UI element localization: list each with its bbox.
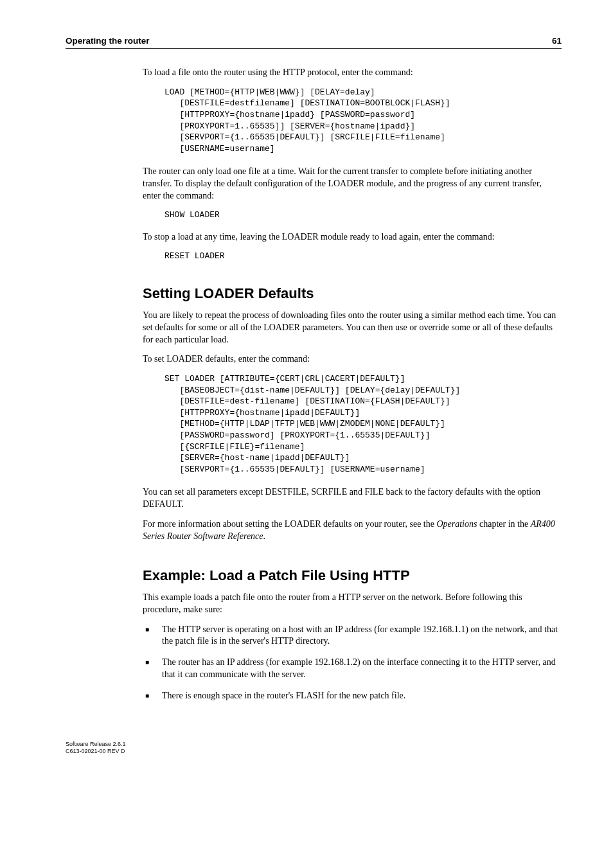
bullet-text: The router has an IP address (for exampl… (162, 657, 556, 679)
list-item: The HTTP server is operating on a host w… (143, 624, 562, 648)
code-load-command: LOAD [METHOD={HTTP|WEB|WWW}] [DELAY=dela… (164, 87, 562, 154)
bullet-text: There is enough space in the router's FL… (162, 691, 405, 700)
footer-rev: C613-02021-00 REV D (66, 748, 562, 755)
footer: Software Release 2.6.1 C613-02021-00 REV… (66, 741, 562, 755)
code-set-loader: SET LOADER [ATTRIBUTE={CERT|CRL|CACERT|D… (164, 373, 562, 475)
paragraph-stop-load: To stop a load at any time, leaving the … (143, 231, 562, 244)
bullet-text: The HTTP server is operating on a host w… (162, 624, 558, 646)
page-number: 61 (552, 36, 562, 46)
list-item: The router has an IP address (for exampl… (143, 657, 562, 681)
heading-setting-loader-defaults: Setting LOADER Defaults (143, 285, 562, 302)
text-more-info-a: For more information about setting the L… (143, 519, 436, 529)
bullet-list: The HTTP server is operating on a host w… (143, 624, 562, 702)
text-more-info-e: . (263, 531, 266, 541)
paragraph-more-info: For more information about setting the L… (143, 518, 562, 543)
heading-example-load-patch: Example: Load a Patch File Using HTTP (143, 567, 562, 584)
text-more-info-c: chapter in the (477, 519, 530, 529)
paragraph-single-file: The router can only load one file at a t… (143, 166, 562, 202)
paragraph-example-intro: This example loads a patch file onto the… (143, 592, 562, 616)
page-header: Operating the router 61 (66, 36, 562, 49)
text-operations-italic: Operations (436, 519, 477, 529)
header-title: Operating the router (66, 36, 150, 46)
paragraph-defaults-intro: You are likely to repeat the process of … (143, 310, 562, 346)
footer-release: Software Release 2.6.1 (66, 741, 562, 748)
paragraph-set-defaults: To set LOADER defaults, enter the comman… (143, 353, 562, 366)
paragraph-reset-defaults: You can set all parameters except DESTFI… (143, 486, 562, 511)
code-reset-loader: RESET LOADER (164, 251, 562, 261)
paragraph-http-load: To load a file onto the router using the… (143, 67, 562, 79)
code-show-loader: SHOW LOADER (164, 210, 562, 220)
list-item: There is enough space in the router's FL… (143, 690, 562, 702)
